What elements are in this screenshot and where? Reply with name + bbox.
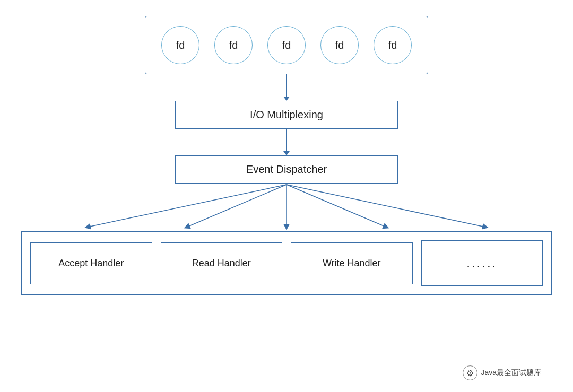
fd-row-wrapper: fdfdfdfdfd bbox=[145, 16, 428, 74]
handler-box-1: Read Handler bbox=[161, 242, 283, 284]
svg-line-3 bbox=[286, 185, 386, 227]
handlers-outer-box: Accept HandlerRead HandlerWrite Handler.… bbox=[21, 231, 552, 295]
handler-box-2: Write Handler bbox=[291, 242, 413, 284]
svg-line-0 bbox=[88, 185, 286, 227]
fd-circle-4: fd bbox=[374, 26, 412, 64]
watermark-text: Java最全面试题库 bbox=[481, 368, 541, 378]
svg-line-4 bbox=[286, 185, 485, 227]
io-multiplexing-box: I/O Multiplexing bbox=[175, 101, 398, 129]
arrow-fd-to-io bbox=[283, 74, 290, 101]
watermark-icon: ⚙ bbox=[463, 365, 478, 380]
fd-circle-3: fd bbox=[320, 26, 359, 64]
fd-circle-0: fd bbox=[161, 26, 199, 64]
fan-arrows-svg bbox=[21, 184, 552, 231]
arrow-io-to-dispatcher bbox=[283, 129, 290, 155]
event-dispatcher-label: Event Dispatcher bbox=[246, 163, 327, 175]
fanout-section: Accept HandlerRead HandlerWrite Handler.… bbox=[21, 184, 552, 295]
svg-line-1 bbox=[187, 185, 286, 227]
fd-circle-2: fd bbox=[267, 26, 306, 64]
event-dispatcher-box: Event Dispatcher bbox=[175, 155, 398, 184]
diagram-container: fdfdfdfdfd I/O Multiplexing Event Dispat… bbox=[0, 0, 573, 392]
handler-box-0: Accept Handler bbox=[30, 242, 152, 284]
fd-circle-1: fd bbox=[214, 26, 253, 64]
io-multiplexing-label: I/O Multiplexing bbox=[250, 109, 323, 120]
watermark: ⚙ Java最全面试题库 bbox=[463, 365, 541, 380]
handler-box-3: ...... bbox=[421, 240, 543, 286]
